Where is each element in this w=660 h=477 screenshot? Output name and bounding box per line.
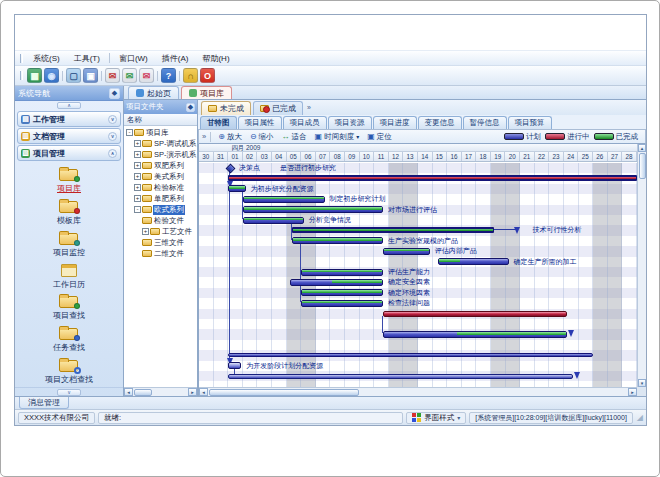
tool-放大[interactable]: ⊕放大 (215, 131, 245, 143)
tree-node[interactable]: +单肥系列 (124, 193, 197, 204)
function-tab-暂停信息[interactable]: 暂停信息 (463, 116, 507, 129)
menubar-grip[interactable] (20, 54, 23, 63)
scroll-down-icon[interactable]: ▾ (638, 379, 646, 387)
chevron-up-icon[interactable]: ∧ (108, 149, 117, 158)
sidebar-group-collapsed[interactable]: ▥文档管理∨ (17, 128, 121, 144)
tab-项目库[interactable]: 项目库 (181, 86, 232, 99)
sidebar-item-work-calendar[interactable]: 工作日历 (15, 260, 123, 292)
style-button[interactable]: 界面样式 ▾ (406, 412, 466, 424)
gantt-task-bar[interactable] (290, 279, 383, 286)
expand-plus-icon[interactable]: + (134, 195, 141, 202)
gantt-summary-plan-bar[interactable] (228, 353, 593, 357)
gantt-summary-progress-bar[interactable] (228, 175, 637, 181)
gantt-task-bar[interactable] (243, 206, 383, 213)
sidebar-group-expanded[interactable]: ▧项目管理∧ (17, 145, 121, 161)
tree-node[interactable]: -欧式系列 (124, 204, 197, 215)
gantt-task-bar[interactable] (243, 196, 325, 203)
function-tab-项目属性[interactable]: 项目属性 (238, 116, 282, 129)
scroll-right-icon[interactable]: ▸ (628, 388, 637, 396)
tab-起始页[interactable]: 起始页 (128, 86, 179, 99)
function-tab-项目成员[interactable]: 项目成员 (283, 116, 327, 129)
sidebar-item-project-monitor-folder[interactable]: 项目监控 (15, 228, 123, 260)
expand-plus-icon[interactable]: + (134, 184, 141, 191)
help-icon[interactable]: ? (161, 68, 176, 83)
web-icon[interactable]: ◉ (44, 68, 59, 83)
tree-node[interactable]: +工艺文件 (124, 226, 197, 237)
scroll-right-icon[interactable]: ▸ (188, 388, 197, 396)
function-tab-甘特图[interactable]: 甘特图 (200, 116, 237, 129)
gantt-task-bar[interactable] (292, 237, 383, 244)
scrollbar-thumb[interactable] (639, 153, 646, 179)
pin-icon[interactable]: ◆ (109, 88, 120, 99)
expand-plus-icon[interactable]: + (134, 173, 141, 180)
expand-plus-icon[interactable]: + (134, 162, 141, 169)
gantt-task-bar[interactable] (243, 217, 304, 224)
gantt-summary-done-bar[interactable] (292, 227, 493, 233)
toolbar-grip[interactable] (20, 71, 23, 80)
tree-node[interactable]: +SP-调试机系 (124, 138, 197, 149)
tool-时间刻度[interactable]: ▣时间刻度▾ (312, 131, 363, 143)
gantt-task-bar[interactable] (301, 269, 383, 276)
scrollbar-thumb[interactable] (134, 389, 152, 396)
function-tab-项目预算[interactable]: 项目预算 (508, 116, 552, 129)
expand-plus-icon[interactable]: + (134, 140, 141, 147)
view-tab-未完成[interactable]: 未完成 (201, 101, 251, 115)
gantt-task-bar[interactable] (301, 300, 383, 307)
sidebar-item-template-library-folder[interactable]: 模板库 (15, 197, 123, 229)
tree-node[interactable]: +检验标准 (124, 182, 197, 193)
tool-定位[interactable]: ▣定位 (364, 131, 395, 143)
sidebar-item-project-library-folder[interactable]: 项目库 (15, 165, 123, 197)
menu-item[interactable]: 帮助(H) (195, 52, 236, 65)
tool-适合[interactable]: ↔适合 (279, 131, 310, 143)
overflow-chevron-icon[interactable]: » (202, 132, 206, 141)
sidebar-group-collapsed[interactable]: ▤工作管理∨ (17, 111, 121, 127)
tree-node[interactable]: +双肥系列 (124, 160, 197, 171)
collapse-minus-icon[interactable]: - (126, 129, 133, 136)
sidebar-item-project-doc-search[interactable]: 项目文档查找 (15, 355, 123, 387)
report-icon[interactable]: ✉ (122, 68, 137, 83)
gantt-plan-line-bar[interactable] (228, 374, 573, 379)
scroll-up-icon[interactable]: ▴ (638, 144, 646, 152)
view-tab-已完成[interactable]: 已完成 (253, 101, 303, 115)
menu-item[interactable]: 系统(S) (26, 52, 67, 65)
tree-node[interactable]: -项目库 (124, 127, 197, 138)
expand-plus-icon[interactable]: + (134, 151, 141, 158)
chevron-down-icon[interactable]: ∨ (108, 115, 117, 124)
lock-icon[interactable]: ∩ (183, 68, 198, 83)
function-tab-变更信息[interactable]: 变更信息 (418, 116, 462, 129)
alert-icon[interactable]: ✉ (139, 68, 154, 83)
menu-item[interactable]: 工具(T) (67, 52, 107, 65)
tree-horizontal-scrollbar[interactable]: ◂ ▸ (124, 387, 197, 396)
gantt-vertical-scrollbar[interactable]: ▴ ▾ (637, 144, 646, 387)
chevron-down-icon[interactable]: » (307, 104, 311, 111)
gantt-task-bar[interactable] (383, 331, 567, 338)
chevron-down-icon[interactable]: ∨ (108, 132, 117, 141)
tree-node[interactable]: 二维文件 (124, 248, 197, 259)
open-folder-icon[interactable]: ▢ (66, 68, 81, 83)
resize-grip-icon[interactable]: ◢ (637, 413, 643, 422)
function-tab-项目资源[interactable]: 项目资源 (328, 116, 372, 129)
tree-node[interactable]: 检验文件 (124, 215, 197, 226)
chevron-up-icon[interactable]: ∧ (57, 102, 81, 109)
gantt-task-bar[interactable] (228, 362, 241, 369)
gantt-horizontal-scrollbar[interactable]: ◂ ▸ (199, 387, 637, 396)
tool-缩小[interactable]: ⊖缩小 (247, 131, 277, 143)
window-layout-icon[interactable]: ▣ (83, 68, 98, 83)
tree-node[interactable]: 三维文件 (124, 237, 197, 248)
scrollbar-thumb[interactable] (209, 389, 359, 396)
collapse-minus-icon[interactable]: - (134, 206, 141, 213)
gantt-task-bar[interactable] (301, 289, 383, 296)
gantt-task-bar[interactable] (228, 185, 246, 192)
menu-item[interactable]: 窗口(W) (112, 52, 155, 65)
scroll-left-icon[interactable]: ◂ (124, 388, 133, 396)
sidebar-item-task-search-folder[interactable]: 任务查找 (15, 324, 123, 356)
tree-node[interactable]: +SP-演示机系 (124, 149, 197, 160)
tab-message-management[interactable]: 消息管理 (19, 397, 69, 409)
gantt-task-bar[interactable] (383, 248, 430, 255)
menu-item[interactable]: 插件(A) (155, 52, 196, 65)
scroll-left-icon[interactable]: ◂ (199, 388, 208, 396)
expand-plus-icon[interactable]: + (142, 228, 149, 235)
sidebar-item-project-search-folder[interactable]: 项目查找 (15, 292, 123, 324)
chevron-down-icon[interactable]: ∨ (57, 389, 81, 396)
gantt-task-bar[interactable] (438, 258, 508, 265)
